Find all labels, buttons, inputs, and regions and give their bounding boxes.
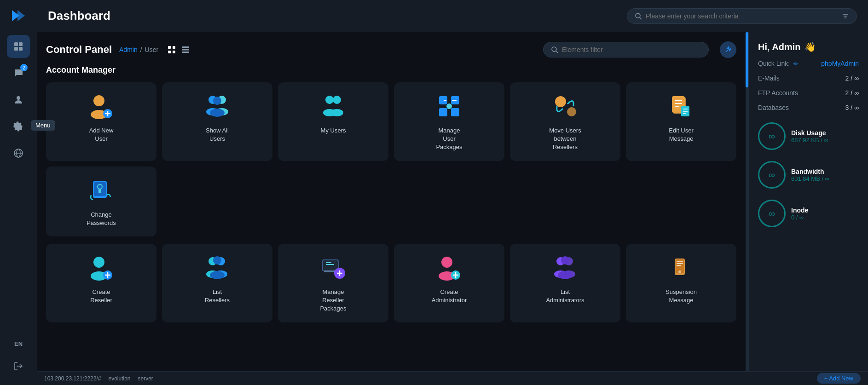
svg-point-27 — [93, 95, 104, 106]
topbar-search-box[interactable] — [627, 8, 857, 24]
filter-icon-button[interactable] — [842, 12, 849, 20]
disk-usage: ∞ Disk Usage 687.92 KB / ∞ — [758, 122, 859, 150]
card-suspension-message-label: SuspensionMessage — [665, 288, 697, 305]
elements-filter-box[interactable] — [543, 42, 709, 57]
svg-rect-97 — [677, 263, 683, 264]
card-show-all-users[interactable]: Show AllUsers — [162, 82, 272, 161]
topbar: Dashboard — [37, 0, 868, 32]
list-view-button[interactable] — [179, 44, 191, 56]
stat-ftp: FTP Accounts 2 / ∞ — [758, 89, 859, 97]
control-panel-header: Control Panel Admin / User — [46, 41, 736, 58]
card-create-reseller-label: CreateReseller — [90, 288, 112, 305]
card-list-resellers[interactable]: ListResellers — [162, 244, 272, 322]
svg-rect-17 — [168, 46, 171, 49]
sidebar-item-grid[interactable]: Menu — [7, 35, 30, 58]
main-content: Control Panel Admin / User — [37, 32, 746, 371]
card-edit-user-message[interactable]: Edit UserMessage — [626, 82, 736, 161]
stat-databases: Databases 3 / ∞ — [758, 104, 859, 111]
svg-rect-21 — [182, 46, 189, 48]
card-move-users[interactable]: Move UsersbetweenResellers — [510, 82, 620, 161]
scroll-thumb — [746, 32, 748, 87]
svg-point-6 — [17, 96, 20, 100]
sidebar-item-user[interactable] — [7, 88, 30, 111]
card-my-users[interactable]: My Users — [278, 82, 388, 161]
card-change-passwords[interactable]: ChangePasswords — [46, 167, 156, 236]
quick-link-edit-icon[interactable]: ✏ — [793, 60, 799, 67]
add-new-label: + Add New — [824, 375, 853, 382]
svg-point-46 — [446, 103, 452, 109]
card-list-admins-label: ListAdministrators — [546, 288, 584, 305]
svg-rect-18 — [173, 46, 175, 49]
server-ip: 103.200.23.121:2222/# — [44, 375, 101, 382]
scroll-bar[interactable] — [746, 32, 748, 371]
inode-usage: ∞ Inode 0 / ∞ — [758, 200, 859, 227]
svg-rect-2 — [14, 42, 18, 46]
svg-rect-81 — [326, 262, 331, 263]
elements-filter-input[interactable] — [562, 46, 701, 53]
bandwidth-usage-info: Bandwidth 601.84 MB / ∞ — [791, 168, 829, 182]
quick-link-row: Quick Link: ✏ phpMyAdmin — [758, 60, 859, 67]
breadcrumb-separator: / — [140, 46, 142, 53]
sidebar-language[interactable]: EN — [14, 340, 23, 347]
card-create-administrator[interactable]: CreateAdministrator — [394, 244, 504, 322]
search-input[interactable] — [646, 12, 838, 20]
bandwidth-usage-circle: ∞ — [758, 161, 786, 189]
svg-point-50 — [567, 107, 576, 116]
sidebar-item-settings[interactable] — [7, 115, 30, 138]
view-toggle — [166, 44, 191, 56]
card-add-new-user[interactable]: Add NewUser — [46, 82, 156, 161]
greeting-text: Hi, Admin — [758, 42, 801, 52]
card-suspension-message[interactable]: SuspensionMessage — [626, 244, 736, 322]
grid-view-button[interactable] — [166, 44, 178, 56]
card-create-admin-label: CreateAdministrator — [432, 288, 467, 305]
quick-link-value[interactable]: phpMyAdmin — [821, 60, 859, 67]
disk-usage-title: Disk Usage — [791, 129, 828, 137]
svg-rect-44 — [439, 108, 447, 116]
disk-usage-circle: ∞ — [758, 122, 786, 150]
card-manage-reseller-packages[interactable]: ManageResellerPackages — [278, 244, 388, 322]
svg-point-90 — [561, 256, 569, 264]
card-manage-user-packages[interactable]: ManageUserPackages — [394, 82, 504, 161]
svg-point-39 — [333, 96, 341, 104]
card-edit-message-label: Edit UserMessage — [669, 126, 693, 143]
manage-reseller-packages-icon — [318, 253, 348, 282]
left-sidebar: Menu 2 EN — [0, 0, 37, 385]
greeting: Hi, Admin 👋 — [758, 41, 859, 52]
disk-usage-info: Disk Usage 687.92 KB / ∞ — [791, 129, 828, 144]
card-list-administrators[interactable]: ListAdministrators — [510, 244, 620, 322]
stat-ftp-label: FTP Accounts — [758, 89, 798, 97]
server-label: server — [138, 375, 153, 382]
svg-rect-22 — [182, 49, 189, 51]
bandwidth-usage-value: 601.84 MB / ∞ — [791, 175, 829, 182]
inode-usage-info: Inode 0 / ∞ — [791, 207, 808, 221]
svg-line-26 — [726, 50, 728, 52]
bandwidth-usage: ∞ Bandwidth 601.84 MB / ∞ — [758, 161, 859, 189]
create-admin-icon — [434, 253, 464, 282]
card-manage-packages-label: ManageUserPackages — [436, 126, 462, 152]
add-new-button[interactable]: + Add New — [817, 373, 861, 384]
card-move-users-label: Move UsersbetweenResellers — [549, 126, 581, 152]
app-logo[interactable] — [10, 7, 27, 24]
breadcrumb-admin[interactable]: Admin — [119, 46, 138, 53]
sidebar-logout[interactable] — [7, 355, 30, 378]
card-add-new-user-label: Add NewUser — [89, 126, 114, 143]
sidebar-item-chat[interactable]: 2 — [7, 62, 30, 85]
sidebar-item-globe[interactable] — [7, 142, 30, 165]
svg-rect-82 — [326, 264, 334, 265]
svg-point-74 — [210, 271, 225, 279]
pin-button[interactable] — [720, 41, 736, 58]
create-reseller-icon — [87, 253, 116, 282]
card-create-reseller[interactable]: CreateReseller — [46, 244, 156, 322]
svg-point-34 — [213, 97, 221, 105]
control-panel-title: Control Panel — [46, 44, 112, 56]
my-users-icon — [318, 92, 348, 121]
svg-point-64 — [93, 257, 104, 268]
svg-rect-4 — [14, 47, 18, 51]
stat-emails-value: 2 / ∞ — [845, 75, 859, 82]
svg-point-99 — [678, 270, 681, 273]
add-user-icon — [87, 92, 116, 121]
bandwidth-usage-title: Bandwidth — [791, 168, 829, 175]
move-users-icon — [550, 92, 580, 121]
svg-rect-96 — [677, 261, 683, 262]
inode-usage-title: Inode — [791, 207, 808, 214]
